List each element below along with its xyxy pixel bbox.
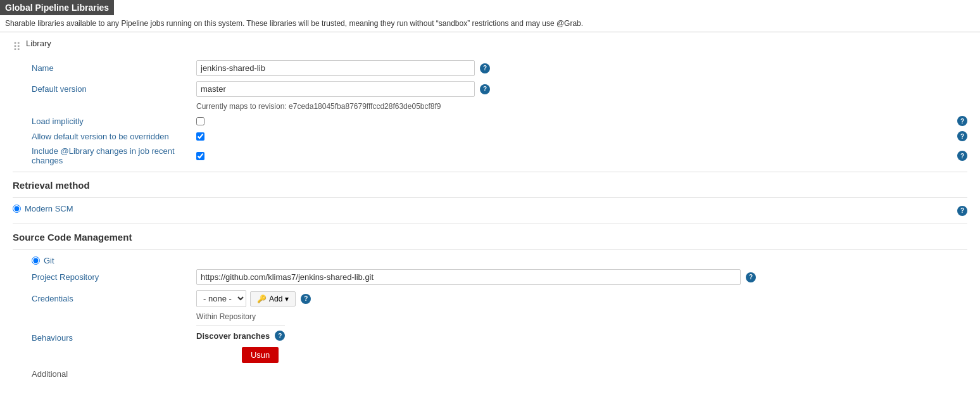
project-repo-label: Project Repository xyxy=(32,272,196,282)
include-changes-checkbox[interactable] xyxy=(196,152,204,160)
allow-override-checkbox[interactable] xyxy=(196,132,204,141)
name-label: Name xyxy=(32,63,196,73)
retrieval-section-title: Retrieval method xyxy=(13,180,967,191)
behaviours-content: Within Repository Discover branches ? Us… xyxy=(196,312,285,363)
behaviours-row: Behaviours Within Repository Discover br… xyxy=(32,312,967,363)
chevron-down-icon: ▾ xyxy=(285,294,289,303)
library-section-label: Library xyxy=(26,39,51,48)
add-button-label: Add xyxy=(269,294,282,303)
drag-handle-icon[interactable]: ⠿ xyxy=(13,40,21,54)
library-section-header: ⠿ Library xyxy=(13,39,967,54)
modern-scm-radio[interactable] xyxy=(13,205,21,213)
load-implicitly-row: Load implicitly ? xyxy=(32,116,967,126)
discover-branches-label: Discover branches xyxy=(196,331,270,341)
project-repo-row: Project Repository ? xyxy=(32,269,967,285)
load-implicitly-checkbox[interactable] xyxy=(196,117,204,125)
name-row: Name ? xyxy=(32,60,967,76)
additional-label: Additional xyxy=(32,369,967,379)
add-credentials-button[interactable]: 🔑 Add ▾ xyxy=(250,291,296,307)
scm-section: Git Project Repository ? Credentials - n… xyxy=(32,256,967,379)
include-changes-label: Include @Library changes in job recent c… xyxy=(32,146,196,165)
revision-text: Currently maps to revision: e7ceda18045f… xyxy=(196,102,967,111)
load-implicitly-label: Load implicitly xyxy=(32,117,196,126)
retrieval-help-icon[interactable]: ? xyxy=(957,206,967,216)
git-radio[interactable] xyxy=(32,256,40,265)
page-description: Sharable libraries available to any Pipe… xyxy=(0,15,980,32)
credentials-controls: - none - 🔑 Add ▾ xyxy=(196,290,296,307)
retrieval-divider xyxy=(13,172,967,172)
allow-override-row: Allow default version to be overridden ? xyxy=(32,131,967,141)
scm-divider xyxy=(13,224,967,224)
modern-scm-row: Modern SCM xyxy=(13,204,73,213)
main-content: ⠿ Library Name ? Default version ? Curre… xyxy=(0,32,980,385)
scm-section-title: Source Code Management xyxy=(13,232,967,243)
name-input[interactable] xyxy=(196,60,475,76)
credentials-row: Credentials - none - 🔑 Add ▾ ? xyxy=(32,290,967,307)
default-version-row: Default version ? xyxy=(32,81,967,97)
credentials-help-icon[interactable]: ? xyxy=(301,294,311,304)
modern-scm-label: Modern SCM xyxy=(25,204,73,213)
key-icon: 🔑 xyxy=(257,294,267,303)
load-implicitly-help-icon[interactable]: ? xyxy=(957,116,967,126)
include-changes-help-icon[interactable]: ? xyxy=(957,151,967,161)
allow-override-label: Allow default version to be overridden xyxy=(32,132,196,141)
behaviours-label: Behaviours xyxy=(32,333,196,343)
git-radio-row: Git xyxy=(32,256,967,265)
default-version-help-icon[interactable]: ? xyxy=(480,84,490,94)
discover-branches-help-icon[interactable]: ? xyxy=(275,331,285,341)
project-repo-input[interactable] xyxy=(196,269,741,285)
allow-override-help-icon[interactable]: ? xyxy=(957,131,967,141)
credentials-label: Credentials xyxy=(32,294,196,303)
retrieval-divider2 xyxy=(13,197,967,198)
page-header: Global Pipeline Libraries xyxy=(0,0,980,15)
default-version-input[interactable] xyxy=(196,81,475,97)
discover-row: Discover branches ? xyxy=(196,325,285,341)
git-label: Git xyxy=(44,256,54,265)
project-repo-help-icon[interactable]: ? xyxy=(746,272,756,282)
name-help-icon[interactable]: ? xyxy=(480,63,490,73)
include-changes-row: Include @Library changes in job recent c… xyxy=(32,146,967,165)
scm-divider2 xyxy=(13,249,967,250)
default-version-label: Default version xyxy=(32,84,196,94)
credentials-select[interactable]: - none - xyxy=(196,290,246,307)
library-form: Name ? Default version ? Currently maps … xyxy=(32,60,967,165)
usun-button[interactable]: Usun xyxy=(242,347,279,363)
page-title: Global Pipeline Libraries xyxy=(0,0,114,15)
within-repository-label: Within Repository xyxy=(196,312,285,321)
